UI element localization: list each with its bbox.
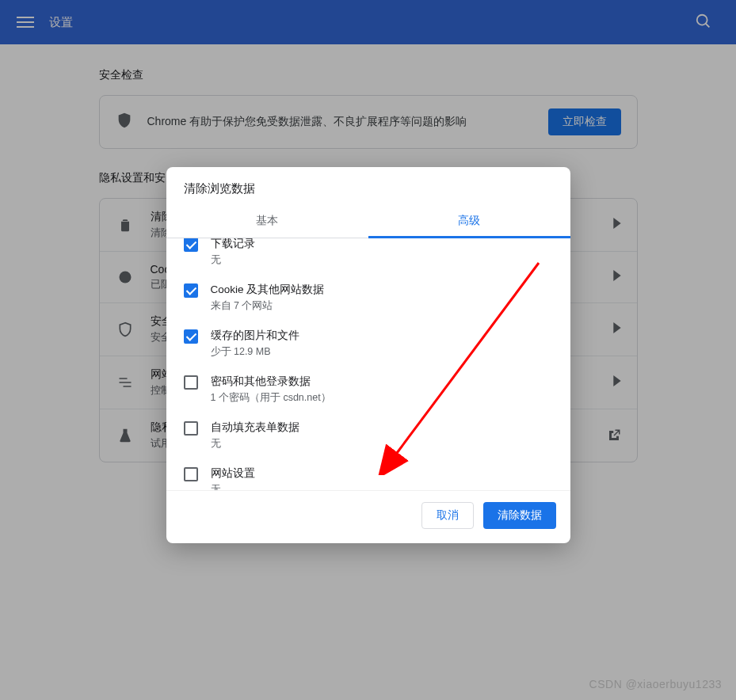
option-download-history: 下载记录 无 <box>173 238 564 275</box>
tab-basic[interactable]: 基本 <box>166 204 368 238</box>
modal-tabs: 基本 高级 <box>166 204 570 238</box>
option-cookies: Cookie 及其他网站数据 来自 7 个网站 <box>173 275 564 321</box>
tab-advanced[interactable]: 高级 <box>368 204 570 238</box>
modal-actions: 取消 清除数据 <box>166 490 570 543</box>
checkbox[interactable] <box>184 421 198 436</box>
checkbox[interactable] <box>184 238 198 252</box>
cancel-button[interactable]: 取消 <box>421 502 474 529</box>
clear-data-button[interactable]: 清除数据 <box>483 502 556 529</box>
checkbox[interactable] <box>184 329 198 344</box>
clear-data-modal: 清除浏览数据 基本 高级 下载记录 无 Cookie 及其他网站数据 来自 7 … <box>166 167 570 543</box>
tab-indicator <box>368 236 570 238</box>
option-cached-files: 缓存的图片和文件 少于 12.9 MB <box>173 321 564 367</box>
option-site-settings: 网站设置 无 <box>173 458 564 490</box>
modal-title: 清除浏览数据 <box>166 167 570 204</box>
modal-scroll[interactable]: 下载记录 无 Cookie 及其他网站数据 来自 7 个网站 缓存的图片和文件 … <box>166 238 570 490</box>
watermark: CSDN @xiaoerbuyu1233 <box>589 678 722 690</box>
option-passwords: 密码和其他登录数据 1 个密码（用于 csdn.net） <box>173 367 564 413</box>
option-autofill: 自动填充表单数据 无 <box>173 413 564 458</box>
checkbox[interactable] <box>184 467 198 481</box>
checkbox[interactable] <box>184 283 198 298</box>
checkbox[interactable] <box>184 375 198 390</box>
